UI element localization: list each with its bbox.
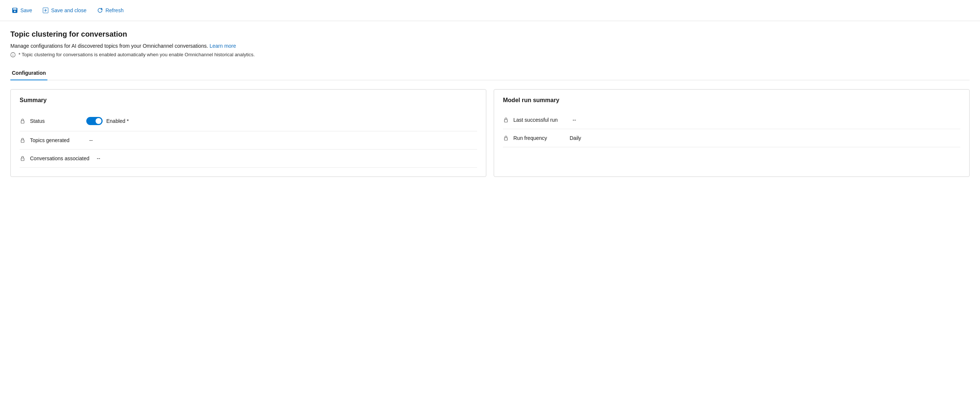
svg-rect-5 — [21, 140, 24, 143]
run-frequency-value: Daily — [570, 135, 581, 141]
run-frequency-field-row: Run frequency Daily — [503, 129, 960, 147]
page-description: Manage configurations for AI discovered … — [10, 43, 970, 49]
svg-text:i: i — [13, 53, 13, 57]
save-and-close-label: Save and close — [51, 7, 87, 13]
save-icon — [12, 7, 18, 13]
run-frequency-lock-icon — [503, 135, 509, 141]
info-icon: i — [10, 52, 16, 57]
summary-card: Summary Status Enabled * — [10, 89, 486, 177]
model-run-card-title: Model run summary — [503, 97, 960, 103]
info-note: i * Topic clustering for conversations i… — [10, 52, 970, 57]
topics-generated-value: -- — [89, 137, 92, 143]
svg-rect-7 — [504, 119, 508, 122]
save-and-close-button[interactable]: Save and close — [38, 5, 91, 16]
save-button[interactable]: Save — [7, 5, 37, 16]
conversations-associated-value: -- — [97, 156, 100, 161]
refresh-label: Refresh — [105, 7, 124, 13]
last-run-value: -- — [573, 117, 576, 123]
svg-marker-1 — [101, 8, 102, 9]
run-frequency-label: Run frequency — [513, 135, 565, 141]
save-close-icon — [43, 7, 49, 13]
tab-configuration[interactable]: Configuration — [10, 66, 48, 80]
status-toggle-container: Enabled * — [86, 117, 129, 125]
conversations-lock-icon — [20, 156, 25, 161]
main-content: Topic clustering for conversation Manage… — [0, 21, 980, 186]
status-value-label: Enabled * — [106, 118, 129, 124]
page-title: Topic clustering for conversation — [10, 30, 970, 38]
topics-generated-field-row: Topics generated -- — [20, 131, 477, 149]
info-note-text: * Topic clustering for conversations is … — [19, 52, 255, 57]
learn-more-link[interactable]: Learn more — [210, 43, 236, 49]
conversations-associated-label: Conversations associated — [30, 156, 89, 161]
save-label: Save — [21, 7, 32, 13]
refresh-button[interactable]: Refresh — [92, 5, 128, 16]
description-text: Manage configurations for AI discovered … — [10, 43, 208, 49]
status-field-row: Status Enabled * — [20, 111, 477, 131]
summary-card-title: Summary — [20, 97, 477, 103]
svg-rect-4 — [21, 121, 24, 123]
topics-generated-label: Topics generated — [30, 137, 82, 143]
last-run-field-row: Last successful run -- — [503, 111, 960, 129]
status-lock-icon — [20, 118, 25, 124]
last-run-lock-icon — [503, 117, 509, 123]
status-toggle[interactable] — [86, 117, 103, 125]
svg-rect-6 — [21, 158, 24, 160]
toggle-knob — [95, 118, 102, 124]
cards-row: Summary Status Enabled * — [10, 89, 970, 177]
model-run-card: Model run summary Last successful run --… — [494, 89, 970, 177]
status-label: Status — [30, 118, 82, 124]
topics-lock-icon — [20, 137, 25, 143]
tabs-bar: Configuration — [10, 66, 970, 80]
toolbar: Save Save and close Refresh — [0, 0, 980, 21]
conversations-associated-field-row: Conversations associated -- — [20, 149, 477, 168]
refresh-icon — [97, 7, 103, 13]
svg-rect-8 — [504, 138, 508, 140]
last-run-label: Last successful run — [513, 117, 565, 123]
